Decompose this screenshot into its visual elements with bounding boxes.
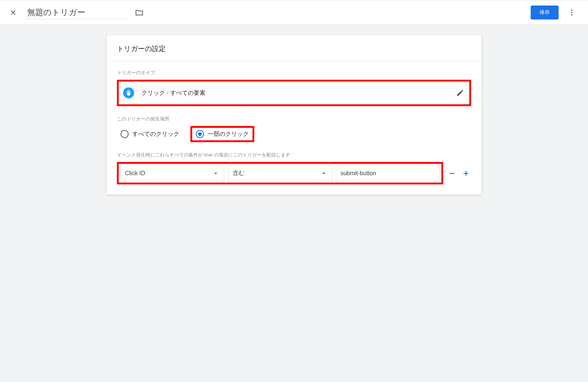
fire-on-label: このトリガーの発生場所	[117, 116, 471, 122]
svg-point-2	[571, 14, 573, 16]
folder-button[interactable]	[135, 8, 144, 17]
condition-variable-select[interactable]: Click ID	[120, 165, 224, 181]
chevron-down-icon	[320, 170, 327, 177]
remove-condition-button[interactable]	[447, 168, 457, 179]
radio-all-label: すべてのクリック	[132, 130, 179, 138]
trigger-type-label: トリガーのタイプ	[117, 69, 471, 76]
pencil-icon	[456, 89, 464, 97]
plus-icon	[462, 169, 470, 177]
condition-row: Click ID 含む	[117, 162, 471, 184]
close-button[interactable]	[6, 5, 21, 20]
chevron-down-icon	[212, 170, 219, 177]
fire-on-radio-group: すべてのクリック 一部のクリック	[117, 126, 471, 142]
trigger-type-row[interactable]: クリック - すべての要素	[117, 80, 471, 106]
more-vert-icon	[568, 8, 576, 17]
svg-point-1	[571, 12, 573, 13]
condition-operator-value: 含む	[233, 169, 244, 177]
radio-some-clicks[interactable]: 一部のクリック	[192, 128, 252, 140]
radio-unchecked-icon	[121, 130, 129, 138]
edit-trigger-type-button[interactable]	[456, 89, 464, 97]
svg-rect-5	[466, 171, 466, 176]
conditions-label: イベント発生時にこれらすべての条件が true の場合にこのトリガーを配信します	[117, 152, 471, 158]
mouse-icon	[125, 90, 132, 96]
trigger-type-badge	[123, 87, 134, 98]
condition-operator-select[interactable]: 含む	[228, 165, 332, 181]
trigger-type-value: クリック - すべての要素	[141, 89, 449, 97]
topbar: 保存	[0, 0, 588, 25]
card-title: トリガーの設定	[107, 35, 481, 61]
svg-rect-3	[450, 173, 455, 174]
condition-value-input[interactable]	[336, 165, 440, 181]
condition-variable-value: Click ID	[125, 170, 145, 177]
svg-point-0	[571, 10, 573, 11]
more-menu-button[interactable]	[564, 5, 579, 20]
minus-icon	[448, 169, 456, 177]
folder-icon	[135, 8, 144, 17]
save-button[interactable]: 保存	[531, 6, 559, 19]
add-condition-button[interactable]	[461, 168, 471, 179]
radio-checked-icon	[196, 130, 204, 138]
radio-all-clicks[interactable]: すべてのクリック	[117, 128, 183, 140]
close-icon	[9, 8, 17, 17]
trigger-config-card: トリガーの設定 トリガーのタイプ クリック - すべての要素 このトリガーの発生…	[107, 35, 481, 195]
trigger-title-input[interactable]	[26, 6, 129, 19]
radio-some-label: 一部のクリック	[208, 130, 249, 138]
